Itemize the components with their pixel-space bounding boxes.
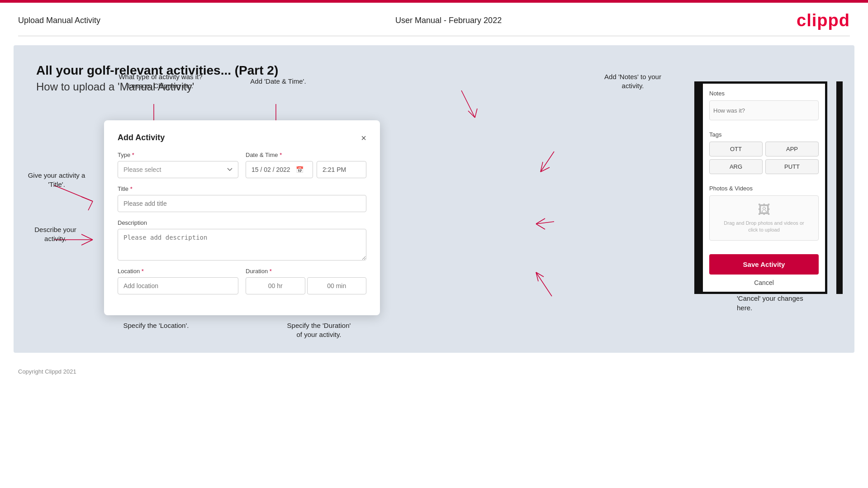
- location-label: Location *: [118, 268, 238, 275]
- annotation-describe: Describe your activity.: [23, 225, 88, 244]
- title-input[interactable]: [118, 195, 366, 212]
- form-group-datetime: Date & Time * 15 / 02 / 2022 📅 2:21 PM: [246, 152, 366, 178]
- calendar-icon: 📅: [296, 166, 304, 173]
- main-content: All your golf-relevant activities... (Pa…: [14, 45, 854, 353]
- clippd-logo: clippd: [797, 11, 850, 30]
- annotation-duration: Specify the 'Duration' of your activity.: [271, 321, 366, 340]
- svg-line-6: [461, 90, 475, 118]
- annotation-title: Give your activity a 'Title'.: [23, 171, 90, 190]
- notes-section-label: Notes: [709, 90, 819, 97]
- form-row-type-date: Type * Please select Date & Time * 15 / …: [118, 152, 366, 178]
- duration-min-input[interactable]: [307, 277, 367, 294]
- phone-right-bar: [836, 81, 843, 294]
- header: Upload Manual Activity User Manual - Feb…: [0, 3, 868, 36]
- duration-label: Duration *: [246, 268, 366, 275]
- logo-text: clippd: [797, 11, 850, 30]
- annotation-location: Specify the 'Location'.: [113, 321, 199, 330]
- header-subtitle: User Manual - February 2022: [395, 16, 502, 25]
- description-input[interactable]: [118, 229, 366, 261]
- duration-group: [246, 277, 366, 294]
- annotation-notes: Add 'Notes' to your activity.: [588, 72, 678, 91]
- modal-wrapper: Add Activity × Type * Please select Date…: [104, 120, 832, 315]
- type-select[interactable]: Please select: [118, 161, 238, 178]
- duration-hr-input[interactable]: [246, 277, 305, 294]
- form-row-description: Description: [118, 219, 366, 261]
- type-label: Type *: [118, 152, 238, 158]
- description-label: Description: [118, 219, 366, 226]
- close-button[interactable]: ×: [361, 133, 366, 142]
- notes-input[interactable]: [709, 100, 819, 120]
- annotation-activity-type: What type of activity was it? Lesson, Ch…: [111, 72, 210, 91]
- datetime-label: Date & Time *: [246, 152, 366, 158]
- form-row-location-duration: Location * Duration *: [118, 268, 366, 294]
- header-divider: [18, 36, 850, 36]
- location-input[interactable]: [118, 277, 238, 294]
- form-group-duration: Duration *: [246, 268, 366, 294]
- form-group-description: Description: [118, 219, 366, 261]
- phone-notes-section: Notes: [703, 84, 825, 125]
- copyright-text: Copyright Clippd 2021: [18, 368, 76, 375]
- time-input[interactable]: 2:21 PM: [317, 161, 366, 178]
- modal-title: Add Activity: [118, 133, 165, 142]
- add-activity-modal: Add Activity × Type * Please select Date…: [104, 120, 380, 315]
- annotation-date-time: Add 'Date & Time'.: [237, 77, 319, 86]
- title-label: Title *: [118, 185, 366, 192]
- form-row-title: Title *: [118, 185, 366, 212]
- footer: Copyright Clippd 2021: [0, 362, 868, 381]
- date-input[interactable]: 15 / 02 / 2022 📅: [246, 161, 313, 178]
- form-group-type: Type * Please select: [118, 152, 238, 178]
- modal-header: Add Activity ×: [118, 133, 366, 142]
- form-group-location: Location *: [118, 268, 238, 294]
- date-time-group: 15 / 02 / 2022 📅 2:21 PM: [246, 161, 366, 178]
- page-title: Upload Manual Activity: [18, 16, 100, 25]
- form-group-title: Title *: [118, 185, 366, 212]
